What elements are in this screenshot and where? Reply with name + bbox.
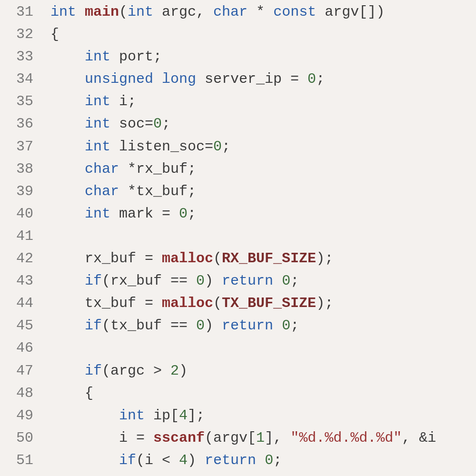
code-line[interactable]: int main(int argc, char * const argv[]): [50, 1, 476, 23]
token-kw: int: [85, 139, 119, 155]
line-number: 35: [0, 90, 33, 113]
token-kw: if: [85, 273, 102, 289]
token-fn: main: [85, 4, 119, 20]
token-kw: unsigned long: [85, 71, 205, 87]
token-kw: if: [119, 452, 136, 468]
token-num: 0: [307, 71, 316, 87]
line-number: 50: [0, 427, 33, 449]
line-number: 36: [0, 113, 33, 135]
token-kw: const: [273, 4, 325, 20]
token-kw: char: [85, 161, 128, 177]
token-kw: if: [85, 317, 102, 334]
line-number: 51: [0, 449, 33, 472]
token-kw: int: [85, 49, 119, 65]
token-fncall: sscanf: [153, 430, 205, 446]
code-area[interactable]: int main(int argc, char * const argv[]){…: [42, 0, 476, 476]
line-number: 40: [0, 203, 33, 225]
token-kw: int: [85, 116, 119, 132]
line-number: 46: [0, 337, 33, 359]
line-number: 38: [0, 158, 33, 180]
code-line[interactable]: if(rx_buf == 0) return 0;: [50, 270, 476, 292]
code-editor: 3132333435363738394041424344454647484950…: [0, 0, 476, 476]
token-num: 0: [196, 273, 205, 289]
line-number: 48: [0, 382, 33, 405]
code-line[interactable]: char *tx_buf;: [50, 180, 476, 203]
token-fncall: malloc: [162, 250, 213, 267]
line-number: 47: [0, 360, 33, 382]
token-kw: return: [222, 273, 282, 289]
token-kw: int: [50, 4, 85, 20]
line-number: 34: [0, 68, 33, 90]
token-num: 0: [282, 317, 290, 334]
token-fncall: malloc: [162, 295, 213, 311]
token-const: TX_BUF_SIZE: [222, 295, 316, 311]
token-kw: char: [85, 183, 128, 199]
line-number: 41: [0, 225, 33, 248]
token-num: 0: [265, 452, 273, 468]
token-kw: int: [85, 93, 119, 109]
code-line[interactable]: i = sscanf(argv[1], "%d.%d.%d.%d", &i: [50, 427, 476, 449]
token-num: 0: [179, 206, 188, 222]
code-line[interactable]: [50, 337, 476, 359]
token-num: 0: [213, 139, 222, 155]
code-line[interactable]: int mark = 0;: [50, 203, 476, 225]
code-line[interactable]: int soc=0;: [50, 113, 476, 135]
code-line[interactable]: if(i < 4) return 0;: [50, 449, 476, 472]
token-kw: int: [128, 4, 162, 20]
code-line[interactable]: char *rx_buf;: [50, 158, 476, 180]
token-num: 1: [256, 430, 265, 446]
token-kw: char: [213, 4, 256, 20]
token-kw: if: [85, 363, 102, 379]
token-num: 0: [153, 116, 162, 132]
code-line[interactable]: rx_buf = malloc(RX_BUF_SIZE);: [50, 248, 476, 270]
code-line[interactable]: {: [50, 382, 476, 405]
code-line[interactable]: int ip[4];: [50, 405, 476, 427]
token-kw: return: [222, 317, 282, 334]
token-kw: return: [205, 452, 265, 468]
token-kw: int: [85, 206, 119, 222]
line-number: 45: [0, 315, 33, 337]
line-number: 49: [0, 405, 33, 427]
line-number: 31: [0, 1, 33, 23]
token-num: 0: [282, 273, 290, 289]
token-const: RX_BUF_SIZE: [222, 250, 316, 267]
line-number: 42: [0, 248, 33, 270]
token-str: "%d.%d.%d.%d": [290, 430, 402, 446]
code-line[interactable]: [50, 225, 476, 248]
line-number: 39: [0, 180, 33, 203]
code-line[interactable]: if(argc > 2): [50, 360, 476, 382]
code-line[interactable]: unsigned long server_ip = 0;: [50, 68, 476, 90]
token-num: 4: [179, 452, 188, 468]
code-line[interactable]: int port;: [50, 46, 476, 68]
line-number: 37: [0, 136, 33, 158]
line-number: 43: [0, 270, 33, 292]
line-number-gutter: 3132333435363738394041424344454647484950…: [0, 0, 42, 476]
token-num: 0: [196, 317, 205, 334]
token-num: 2: [170, 363, 179, 379]
code-line[interactable]: if(tx_buf == 0) return 0;: [50, 315, 476, 337]
token-kw: int: [119, 407, 153, 424]
code-line[interactable]: int i;: [50, 90, 476, 113]
line-number: 32: [0, 23, 33, 46]
code-line[interactable]: int listen_soc=0;: [50, 136, 476, 158]
token-num: 4: [179, 407, 188, 424]
line-number: 33: [0, 46, 33, 68]
code-line[interactable]: tx_buf = malloc(TX_BUF_SIZE);: [50, 292, 476, 315]
line-number: 44: [0, 292, 33, 315]
code-line[interactable]: {: [50, 23, 476, 46]
